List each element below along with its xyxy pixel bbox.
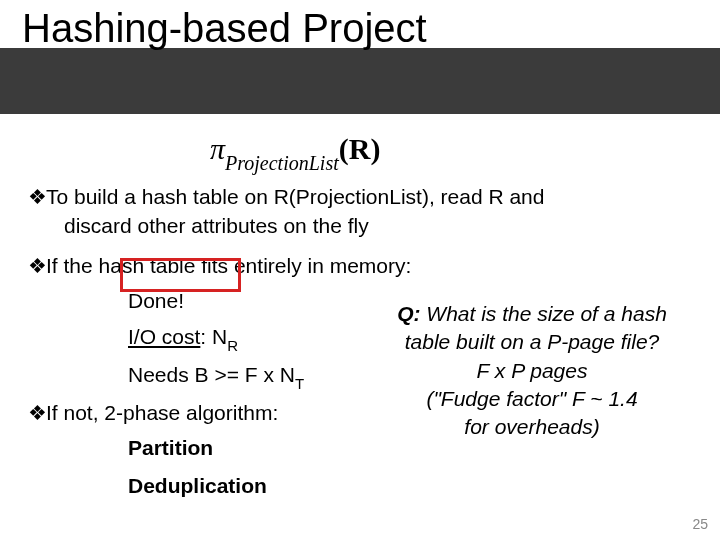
callout-line1: What is the size of a hash: [421, 302, 667, 325]
bullet-1-cont: discard other attributes on the fly: [28, 211, 698, 240]
bullet-3-text: If not, 2-phase algorithm:: [46, 401, 278, 424]
formula-subscript: ProjectionList: [225, 152, 339, 174]
slide-title: Hashing-based Project: [22, 6, 427, 51]
highlight-rectangle: [120, 258, 241, 292]
callout-line4b: for overheads): [464, 415, 599, 438]
slide: Hashing-based Project πProjectionList(R)…: [0, 0, 720, 540]
bullet-3b: Deduplication: [28, 471, 698, 500]
pi-symbol: π: [210, 132, 225, 165]
callout-box: Q: What is the size of a hash table buil…: [362, 300, 702, 442]
formula-arg: (R): [339, 132, 381, 165]
needs-text: Needs B >= F x N: [128, 363, 295, 386]
needs-sub: T: [295, 375, 304, 392]
page-number: 25: [692, 516, 708, 532]
io-cost-sub: R: [227, 337, 238, 354]
callout-line2: table built on a P-page file?: [405, 330, 660, 353]
projection-formula: πProjectionList(R): [210, 132, 380, 171]
io-cost-label: I/O cost: [128, 325, 200, 348]
bullet-1: ❖To build a hash table on R(ProjectionLi…: [28, 182, 698, 211]
bullet-icon: ❖: [28, 182, 46, 211]
callout-q-label: Q:: [397, 302, 420, 325]
callout-line4a: ("Fudge factor" F ~ 1.4: [426, 387, 637, 410]
bullet-icon: ❖: [28, 398, 46, 427]
bullet-icon: ❖: [28, 251, 46, 280]
callout-line3: F x P pages: [477, 359, 588, 382]
io-cost-value: : N: [200, 325, 227, 348]
title-bar: [0, 48, 720, 114]
bullet-1-line1: To build a hash table on R(ProjectionLis…: [46, 185, 544, 208]
